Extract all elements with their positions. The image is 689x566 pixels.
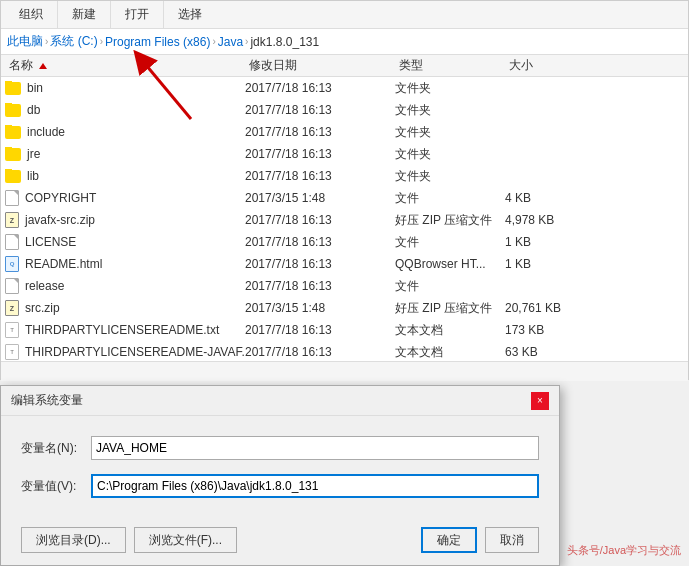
breadcrumb-java[interactable]: Java: [218, 35, 243, 49]
explorer-window: 组织 新建 打开 选择 此电脑 › 系统 (C:) › Program File…: [0, 0, 689, 380]
file-name-cell: Z javafx-src.zip: [5, 212, 245, 228]
html-icon: Q: [5, 256, 19, 272]
file-name-text: THIRDPARTYLICENSEREADME.txt: [25, 323, 219, 337]
file-type-cell: 好压 ZIP 压缩文件: [395, 212, 505, 229]
browse-file-button[interactable]: 浏览文件(F)...: [134, 527, 237, 553]
file-type-cell: 好压 ZIP 压缩文件: [395, 300, 505, 317]
var-value-row: 变量值(V):: [21, 474, 539, 498]
dialog-body: 变量名(N): 变量值(V):: [1, 416, 559, 527]
file-name-cell: LICENSE: [5, 234, 245, 250]
table-row[interactable]: lib 2017/7/18 16:13 文件夹: [1, 165, 688, 187]
cancel-button[interactable]: 取消: [485, 527, 539, 553]
select-button[interactable]: 选择: [172, 4, 208, 25]
dialog-close-button[interactable]: ×: [531, 392, 549, 410]
file-icon: [5, 190, 19, 206]
file-date-cell: 2017/3/15 1:48: [245, 301, 395, 315]
var-name-label: 变量名(N):: [21, 440, 91, 457]
file-date-cell: 2017/7/18 16:13: [245, 257, 395, 271]
table-row[interactable]: T THIRDPARTYLICENSEREADME.txt 2017/7/18 …: [1, 319, 688, 341]
file-name-text: LICENSE: [25, 235, 76, 249]
file-type-cell: 文件: [395, 234, 505, 251]
table-row[interactable]: bin 2017/7/18 16:13 文件夹: [1, 77, 688, 99]
file-icon: [5, 278, 19, 294]
file-name-cell: include: [5, 125, 245, 139]
toolbar-group-open: 打开: [111, 1, 164, 28]
file-type-cell: 文本文档: [395, 344, 505, 361]
col-header-type[interactable]: 类型: [395, 57, 505, 74]
folder-icon: [5, 170, 21, 183]
file-size-cell: 1 KB: [505, 257, 585, 271]
var-name-row: 变量名(N):: [21, 436, 539, 460]
var-name-input[interactable]: [91, 436, 539, 460]
table-row[interactable]: LICENSE 2017/7/18 16:13 文件 1 KB: [1, 231, 688, 253]
browse-dir-button[interactable]: 浏览目录(D)...: [21, 527, 126, 553]
file-type-cell: 文件夹: [395, 80, 505, 97]
table-row[interactable]: db 2017/7/18 16:13 文件夹: [1, 99, 688, 121]
file-size-cell: 63 KB: [505, 345, 585, 359]
file-name-cell: Q README.html: [5, 256, 245, 272]
file-name-text: lib: [27, 169, 39, 183]
zip-icon: Z: [5, 300, 19, 316]
dialog-confirm-buttons: 确定 取消: [421, 527, 539, 553]
file-name-cell: Z src.zip: [5, 300, 245, 316]
new-button[interactable]: 新建: [66, 4, 102, 25]
file-icon: [5, 234, 19, 250]
folder-icon: [5, 148, 21, 161]
sep-2: ›: [100, 36, 103, 47]
file-date-cell: 2017/7/18 16:13: [245, 213, 395, 227]
file-date-cell: 2017/3/15 1:48: [245, 191, 395, 205]
file-name-cell: bin: [5, 81, 245, 95]
folder-icon: [5, 126, 21, 139]
breadcrumb-program-files[interactable]: Program Files (x86): [105, 35, 210, 49]
file-size-cell: 1 KB: [505, 235, 585, 249]
column-headers: 名称 修改日期 类型 大小: [1, 55, 688, 77]
table-row[interactable]: include 2017/7/18 16:13 文件夹: [1, 121, 688, 143]
file-name-cell: T THIRDPARTYLICENSEREADME.txt: [5, 322, 245, 338]
breadcrumb: 此电脑 › 系统 (C:) › Program Files (x86) › Ja…: [7, 33, 319, 50]
table-row[interactable]: Q README.html 2017/7/18 16:13 QQBrowser …: [1, 253, 688, 275]
file-date-cell: 2017/7/18 16:13: [245, 147, 395, 161]
col-header-date[interactable]: 修改日期: [245, 57, 395, 74]
toolbar: 组织 新建 打开 选择: [1, 1, 688, 29]
col-header-name[interactable]: 名称: [5, 57, 245, 74]
organize-button[interactable]: 组织: [13, 4, 49, 25]
file-name-text: bin: [27, 81, 43, 95]
dialog-title-bar: 编辑系统变量 ×: [1, 386, 559, 416]
file-date-cell: 2017/7/18 16:13: [245, 81, 395, 95]
address-bar: 此电脑 › 系统 (C:) › Program Files (x86) › Ja…: [1, 29, 688, 55]
txt-icon: T: [5, 322, 19, 338]
breadcrumb-c[interactable]: 系统 (C:): [50, 33, 97, 50]
breadcrumb-this-pc[interactable]: 此电脑: [7, 33, 43, 50]
table-row[interactable]: release 2017/7/18 16:13 文件: [1, 275, 688, 297]
file-name-text: db: [27, 103, 40, 117]
file-name-text: README.html: [25, 257, 102, 271]
table-row[interactable]: Z src.zip 2017/3/15 1:48 好压 ZIP 压缩文件 20,…: [1, 297, 688, 319]
file-date-cell: 2017/7/18 16:13: [245, 125, 395, 139]
dialog-title-text: 编辑系统变量: [11, 392, 83, 409]
file-type-cell: 文本文档: [395, 322, 505, 339]
toolbar-group-new: 新建: [58, 1, 111, 28]
table-row[interactable]: COPYRIGHT 2017/3/15 1:48 文件 4 KB: [1, 187, 688, 209]
dialog-edit-variable: 编辑系统变量 × 变量名(N): 变量值(V): 浏览目录(D)... 浏览文件…: [0, 385, 560, 566]
file-name-cell: jre: [5, 147, 245, 161]
breadcrumb-jdk: jdk1.8.0_131: [250, 35, 319, 49]
file-name-cell: db: [5, 103, 245, 117]
open-button[interactable]: 打开: [119, 4, 155, 25]
table-row[interactable]: jre 2017/7/18 16:13 文件夹: [1, 143, 688, 165]
file-name-text: src.zip: [25, 301, 60, 315]
table-row[interactable]: T THIRDPARTYLICENSEREADME-JAVAF... 2017/…: [1, 341, 688, 361]
file-name-text: javafx-src.zip: [25, 213, 95, 227]
file-type-cell: 文件夹: [395, 124, 505, 141]
ok-button[interactable]: 确定: [421, 527, 477, 553]
var-value-input[interactable]: [91, 474, 539, 498]
dialog-action-buttons: 浏览目录(D)... 浏览文件(F)...: [21, 527, 237, 553]
toolbar-group-organize: 组织: [5, 1, 58, 28]
status-bar: [1, 361, 688, 381]
file-name-text: COPYRIGHT: [25, 191, 96, 205]
txt-icon: T: [5, 344, 19, 360]
file-name-text: THIRDPARTYLICENSEREADME-JAVAF...: [25, 345, 245, 359]
file-name-cell: lib: [5, 169, 245, 183]
col-header-size[interactable]: 大小: [505, 57, 585, 74]
file-size-cell: 4 KB: [505, 191, 585, 205]
table-row[interactable]: Z javafx-src.zip 2017/7/18 16:13 好压 ZIP …: [1, 209, 688, 231]
